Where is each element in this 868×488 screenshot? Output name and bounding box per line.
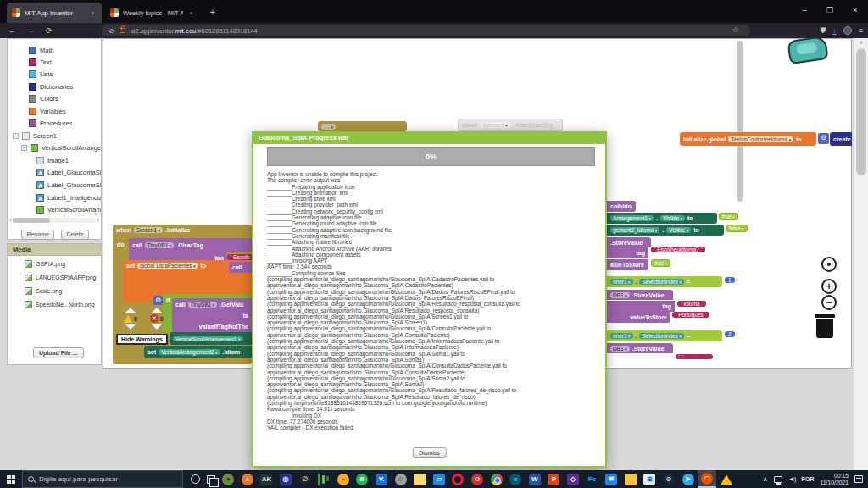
log-line: (compiling appinventor/ai_diego_santiago… <box>267 313 596 326</box>
face-app-icon[interactable]: ☺ <box>391 470 410 488</box>
tree-item-label: Label_GlaucomaSP <box>47 181 101 189</box>
steam-icon: ⊙ <box>663 474 675 485</box>
media-file-item[interactable]: GSPIA.png <box>8 258 101 269</box>
page-scrollbar[interactable]: ˄ <box>854 38 868 470</box>
palette-item-lists[interactable]: Lists <box>8 69 101 80</box>
window-close-button[interactable]: × <box>843 0 868 23</box>
new-tab-button[interactable]: + <box>207 7 219 19</box>
insecure-lock-icon[interactable] <box>120 28 125 33</box>
search-input[interactable] <box>39 475 175 483</box>
taskbar-search[interactable] <box>22 470 183 488</box>
tree-horizontal-scrollbar[interactable]: ‹ › <box>9 217 99 223</box>
account-icon[interactable] <box>843 26 852 35</box>
permissions-shield-icon[interactable]: ⛊ <box>820 26 826 36</box>
network-icon[interactable] <box>774 476 782 483</box>
back-button[interactable]: ← <box>8 26 16 35</box>
media-file-item[interactable]: SpeedoNe...North.png <box>8 298 101 310</box>
ak-app-icon[interactable]: AK <box>257 470 276 488</box>
start-button[interactable] <box>0 470 22 488</box>
tree-item-vertical-scroll-arrangement[interactable]: − VerticalScrollArrangen <box>8 141 101 154</box>
stats-app-icon[interactable] <box>314 470 334 488</box>
tray-expand-icon[interactable]: ∧ <box>763 475 768 483</box>
swirl-app-icon[interactable]: ◎ <box>276 470 296 488</box>
tree-item-label: VerticalScrollArrang <box>47 206 101 214</box>
vscode-icon[interactable]: V. <box>372 470 392 488</box>
log-line: Kawa compile time: 14.911 seconds <box>267 406 596 412</box>
emulator-icon[interactable]: ● <box>219 470 238 488</box>
task-view-icon[interactable] <box>207 475 215 484</box>
language-indicator[interactable]: POR <box>801 476 814 482</box>
file-explorer-icon[interactable] <box>410 470 430 488</box>
chrome-icon[interactable] <box>487 470 506 488</box>
mail-icon[interactable]: ✉ <box>602 470 621 488</box>
tree-item-label: Label_GlaucomaSP <box>47 169 101 176</box>
media-file-item[interactable]: LANUEGSPIAAPP.png <box>8 271 101 283</box>
media-file-item[interactable]: Scale.png <box>8 285 101 297</box>
powerpoint-icon[interactable]: P <box>544 470 564 488</box>
ms-store-icon[interactable]: ⊞ <box>640 470 659 488</box>
null-app-icon[interactable]: ∅ <box>295 470 314 488</box>
downloads-folder-icon[interactable] <box>620 470 640 488</box>
page-scrollbar-thumb[interactable] <box>856 48 866 175</box>
spotify-icon[interactable]: ≋ <box>353 470 372 488</box>
tab-weekly-topics[interactable]: Weekly topics - MIT App In × <box>105 3 200 23</box>
upload-file-button[interactable]: Upload File ... <box>33 347 84 358</box>
menu-icon[interactable]: ≡ <box>859 26 863 35</box>
word-icon[interactable]: W <box>526 470 545 488</box>
tab-close-icon[interactable]: × <box>187 9 195 17</box>
tree-item-label1_inteligência[interactable]: ALabel1_Inteligência <box>8 191 101 204</box>
steam-icon[interactable]: ⊙ <box>659 470 679 488</box>
telegram-icon[interactable]: ➤ <box>678 470 698 488</box>
lock-app-icon[interactable]: • <box>334 470 353 488</box>
tree-item-image1[interactable]: Image1 <box>8 154 101 167</box>
google-drive-icon[interactable] <box>716 470 736 488</box>
url-bar[interactable]: ⊘ ai2.appinventor.mit.edu/#6012851142918… <box>102 25 750 36</box>
downloads-icon[interactable]: ↓ <box>832 27 837 35</box>
visual-studio-icon[interactable]: ◇ <box>564 470 583 488</box>
rename-button[interactable]: Rename <box>21 230 53 240</box>
scroll-right-arrow-icon[interactable]: › <box>97 217 99 223</box>
tab-mit-app-inventor[interactable]: MIT App Inventor × <box>7 3 102 23</box>
log-line: ________Preparing application icon <box>267 184 596 190</box>
volume-icon[interactable]: ◄) <box>788 475 796 483</box>
tree-scroll-down-icon[interactable]: ˅ <box>94 211 97 217</box>
palette-item-math[interactable]: Math <box>8 44 101 56</box>
firefox-icon: ◠ <box>701 473 713 485</box>
cortana-icon[interactable] <box>191 474 200 484</box>
tree-item-verticalscrollarrang[interactable]: VerticalScrollArrang <box>8 203 101 216</box>
window-maximize-button[interactable]: ❐ <box>817 0 843 23</box>
media-file-name: GSPIA.png <box>36 261 65 267</box>
device-app-icon[interactable]: ▱ <box>430 470 449 488</box>
edge-icon[interactable]: e <box>506 470 526 488</box>
firefox-icon[interactable]: ◠ <box>698 470 717 488</box>
reload-button[interactable]: ⟳ <box>46 26 53 35</box>
tracking-protection-icon[interactable]: ⊘ <box>108 27 114 35</box>
palette-item-variables[interactable]: Variables <box>8 105 101 117</box>
canvas-scrollbar[interactable] <box>737 41 743 202</box>
delete-button[interactable]: Delete <box>61 230 88 240</box>
collapse-icon[interactable]: − <box>21 145 27 151</box>
scroll-left-arrow-icon[interactable]: ‹ <box>9 217 11 223</box>
tree-item-label_glaucomasp[interactable]: ALabel_GlaucomaSP <box>8 179 101 191</box>
palette-item-colors[interactable]: Colors <box>8 93 101 105</box>
palette-item-dictionaries[interactable]: Dictionaries <box>8 80 101 92</box>
photoshop-icon[interactable]: Ps <box>582 470 602 488</box>
tab-close-icon[interactable]: × <box>89 9 97 17</box>
taskbar-clock[interactable]: 00:15 11/10/2021 <box>820 473 849 486</box>
opera-beta-icon[interactable]: O <box>468 470 487 488</box>
opera-icon[interactable] <box>448 470 468 488</box>
window-minimize-button[interactable]: – <box>792 0 817 23</box>
palette-item-text[interactable]: Text <box>8 56 101 68</box>
flame-app-icon[interactable]: ▲ <box>238 470 258 488</box>
collapse-icon[interactable]: − <box>13 133 19 139</box>
tree-item-label_glaucomasp[interactable]: ALabel_GlaucomaSP <box>8 167 101 180</box>
tree-item-screen1[interactable]: − Screen1 <box>8 130 101 142</box>
palette-item-procedures[interactable]: Procedures <box>8 117 101 129</box>
browser-tab-bar: MIT App Inventor × Weekly topics - MIT A… <box>0 0 868 23</box>
dismiss-button[interactable]: Dismiss <box>412 447 447 458</box>
scroll-up-arrow-icon[interactable]: ˄ <box>854 38 868 46</box>
bookmark-star-icon[interactable]: ☆ <box>732 25 739 34</box>
scrollbar-thumb[interactable] <box>13 218 50 223</box>
notifications-icon[interactable] <box>854 475 863 483</box>
forward-button[interactable]: → <box>27 26 35 35</box>
